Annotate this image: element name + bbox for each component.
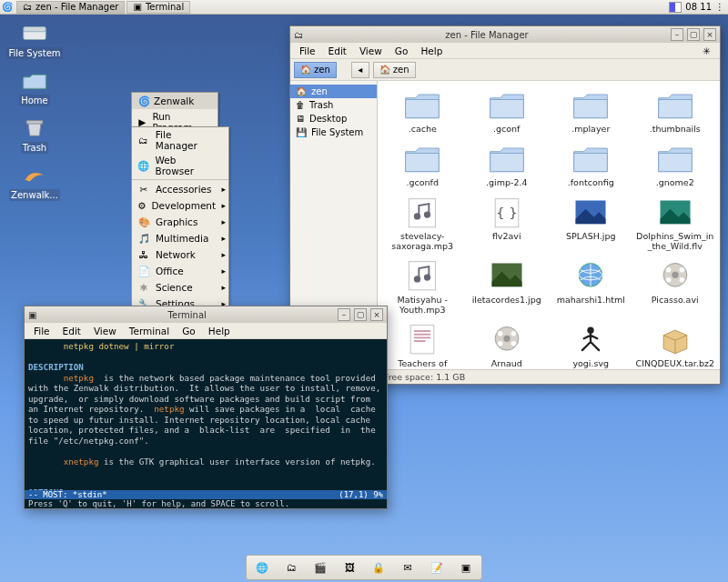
menu-file[interactable]: File — [28, 325, 56, 337]
taskbar-button-term[interactable]: ▣ Terminal — [126, 1, 190, 14]
maximize-button[interactable]: ▢ — [687, 28, 700, 41]
file-item[interactable]: maharshi1.html — [550, 257, 632, 316]
menu-graphics[interactable]: 🎨Graphics — [132, 214, 228, 230]
menu-web-browser[interactable]: 🌐Web Browser — [132, 153, 228, 178]
development-icon: ⚙ — [137, 199, 146, 212]
sidebar-item-filesystem[interactable]: 💾File System — [290, 125, 377, 139]
file-item[interactable]: stevelacy-saxoraga.mp3 — [381, 194, 464, 252]
desktop-icon: 🖥 — [296, 114, 305, 124]
term-titlebar[interactable]: ▣ Terminal – ▢ × — [25, 306, 387, 323]
sidebar-item-trash[interactable]: 🗑Trash — [290, 98, 377, 112]
file-name: stevelacy-saxoraga.mp3 — [381, 232, 464, 252]
menu-file[interactable]: File — [294, 45, 321, 57]
file-item[interactable]: Picasso.avi — [634, 257, 717, 316]
menu-view[interactable]: View — [88, 325, 122, 337]
dock-web-icon[interactable]: 🌐 — [252, 557, 272, 577]
menu-edit[interactable]: Edit — [57, 325, 86, 337]
svg-rect-26 — [414, 340, 426, 342]
menu-view[interactable]: View — [354, 45, 388, 57]
file-item[interactable]: Teachers of Advaita.pdf — [381, 321, 464, 369]
path-segment-zen[interactable]: 🏠zen — [294, 62, 337, 78]
svg-point-21 — [679, 277, 683, 282]
file-item[interactable]: Arnaud Desjardins - The Message of the — [466, 321, 549, 369]
menu-title: 🌀Zenwalk — [132, 93, 217, 109]
workspace-switcher[interactable] — [669, 2, 682, 13]
trash-icon: 🗑 — [296, 100, 305, 110]
menu-icon[interactable]: ⋮ — [715, 2, 724, 12]
file-item[interactable]: .gconfd — [381, 140, 464, 188]
desktop-icon-trash[interactable]: Trash — [5, 118, 64, 154]
maximize-button[interactable]: ▢ — [354, 308, 367, 321]
file-item[interactable]: .fontconfig — [550, 140, 632, 188]
minimize-button[interactable]: – — [671, 28, 683, 41]
taskbar-label: Terminal — [146, 2, 184, 12]
menu-go[interactable]: Go — [389, 45, 414, 57]
dock-mail-icon[interactable]: ✉ — [398, 557, 418, 577]
sidebar-item-zen[interactable]: 🏠zen — [290, 85, 377, 98]
file-name: maharshi1.html — [550, 296, 632, 306]
file-item[interactable]: .gconf — [466, 86, 549, 135]
menu-network[interactable]: 🖧Network — [132, 246, 228, 263]
menu-science[interactable]: ⚛Science — [132, 279, 228, 296]
file-item[interactable]: iletacordes1.jpg — [466, 257, 549, 316]
file-item[interactable]: SPLASH.jpg — [550, 194, 632, 252]
menu-help[interactable]: Help — [415, 45, 448, 57]
file-item[interactable]: CINQDEUX.tar.bz2 — [634, 321, 717, 369]
dock-lock-icon[interactable]: 🔒 — [369, 557, 389, 577]
file-item[interactable]: .mplayer — [550, 86, 632, 135]
file-item[interactable]: .gnome2 — [634, 140, 717, 188]
menu-accessories[interactable]: ✂Accessories — [132, 181, 228, 197]
svg-rect-23 — [414, 330, 430, 332]
close-button[interactable]: × — [370, 308, 383, 321]
file-type-icon — [571, 194, 611, 230]
taskbar-button-fm[interactable]: 🗂 zen - File Manager — [16, 1, 125, 14]
svg-point-32 — [511, 341, 515, 346]
fm-titlebar[interactable]: 🗂 zen - File Manager – ▢ × — [290, 26, 720, 43]
desktop-icon-filesystem[interactable]: File System — [5, 24, 64, 59]
home-icon: 🏠 — [300, 65, 311, 75]
menu-help[interactable]: Help — [203, 325, 236, 337]
desktop-icon-home[interactable]: Home — [5, 71, 64, 106]
file-item[interactable]: .thumbnails — [634, 86, 717, 135]
file-item[interactable]: { }flv2avi — [466, 194, 549, 252]
path-back-button[interactable]: ◂ — [351, 62, 369, 78]
menu-go[interactable]: Go — [177, 325, 201, 337]
terminal-output[interactable]: netpkg dotnew | mirror DESCRIPTION netpk… — [25, 339, 387, 490]
path-segment-zen-2[interactable]: 🏠zen — [373, 62, 416, 78]
menu-office[interactable]: 📄Office — [132, 263, 228, 279]
svg-point-17 — [672, 272, 678, 278]
menu-terminal[interactable]: Terminal — [124, 325, 175, 337]
dock-editor-icon[interactable]: 📝 — [427, 557, 447, 577]
file-item[interactable]: Matisyahu - Youth.mp3 — [381, 257, 464, 316]
file-item[interactable]: Dolphins_Swim_in_the_Wild.flv — [634, 194, 717, 252]
desktop-icon-zenwalk[interactable]: Zenwalk... — [5, 166, 64, 201]
terminal-window: ▣ Terminal – ▢ × File Edit View Terminal… — [24, 306, 388, 509]
menu-edit[interactable]: Edit — [323, 45, 352, 57]
file-name: yogi.svg — [550, 359, 632, 369]
file-item[interactable]: yogi.svg — [550, 321, 632, 369]
svg-point-29 — [498, 331, 502, 336]
sidebar-item-desktop[interactable]: 🖥Desktop — [290, 112, 377, 125]
window-title: Terminal — [40, 310, 334, 320]
minimize-button[interactable]: – — [338, 308, 350, 321]
fm-icon-grid[interactable]: .cache.gconf.mplayer.thumbnails.gconfd.g… — [378, 81, 720, 369]
app-menu-launcher[interactable]: 🌀 — [0, 1, 15, 14]
dock-picture-icon[interactable]: 🖼 — [339, 557, 359, 577]
menu-multimedia[interactable]: 🎵Multimedia — [132, 230, 228, 246]
dock-filemanager-icon[interactable]: 🗂 — [281, 557, 301, 577]
menu-file-manager[interactable]: 🗂File Manager — [132, 127, 228, 153]
dock-media-icon[interactable]: 🎬 — [310, 557, 330, 577]
file-name: Arnaud Desjardins - The Message of the — [466, 359, 549, 369]
svg-rect-22 — [410, 326, 434, 354]
office-icon: 📄 — [137, 265, 150, 277]
dock-terminal-icon[interactable]: ▣ — [456, 557, 476, 577]
file-item[interactable]: .gimp-2.4 — [466, 140, 549, 188]
menu-development[interactable]: ⚙Development — [132, 197, 228, 214]
file-type-icon — [655, 86, 695, 123]
svg-point-20 — [666, 277, 671, 282]
file-item[interactable]: .cache — [381, 86, 464, 135]
file-type-icon — [487, 86, 527, 123]
close-button[interactable]: × — [703, 28, 716, 41]
file-name: CINQDEUX.tar.bz2 — [634, 359, 717, 369]
throbber-icon: ✳ — [697, 45, 716, 57]
